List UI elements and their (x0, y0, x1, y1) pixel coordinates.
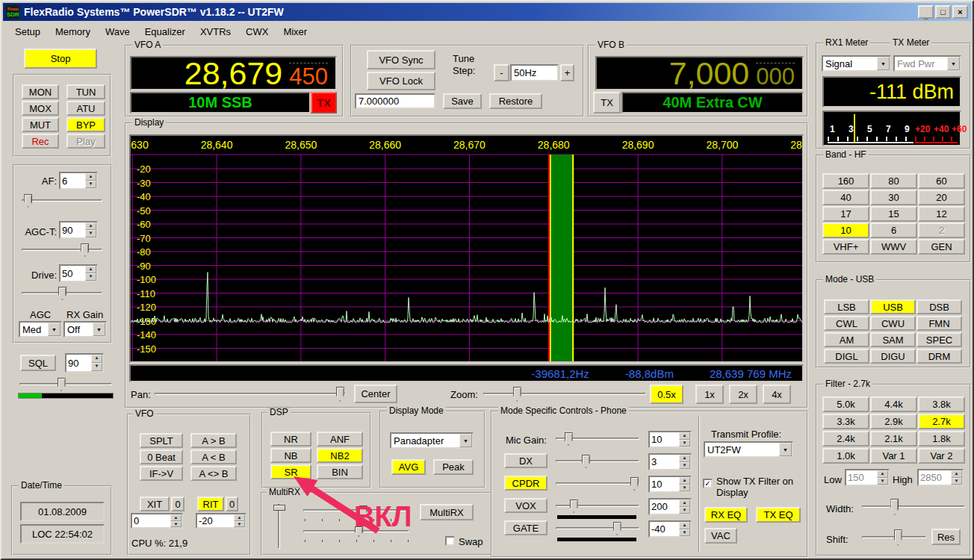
band-60-button[interactable]: 60 (918, 173, 965, 189)
agct-spinner[interactable]: 90 ▲▼ (59, 221, 98, 239)
band-10-button[interactable]: 10 (822, 223, 869, 238)
vfo-b-freq-main[interactable]: 7,000 (669, 57, 750, 90)
show-tx-filter-checkbox[interactable]: ✓ (703, 479, 713, 488)
atu-button[interactable]: ATU (66, 101, 105, 116)
sql-button[interactable]: SQL (20, 355, 56, 371)
xit-spinner[interactable]: 0 ▲▼ (131, 513, 183, 529)
transmit-profile-dropdown[interactable]: UT2FW▼ (704, 441, 793, 458)
anf-button[interactable]: ANF (317, 432, 363, 447)
cpdr-slider[interactable] (554, 476, 641, 491)
band-80-button[interactable]: 80 (870, 173, 917, 189)
rit-button[interactable]: RIT (197, 497, 224, 511)
tun-button[interactable]: TUN (66, 84, 105, 99)
bin-button[interactable]: BIN (317, 464, 363, 479)
band-15-button[interactable]: 15 (870, 206, 917, 222)
mox-button[interactable]: MOX (22, 101, 59, 116)
swap-checkbox[interactable] (445, 536, 455, 546)
mode-fmn-button[interactable]: FMN (916, 316, 962, 331)
filter-44k-button[interactable]: 4.4k (870, 396, 917, 412)
filter-27k-button[interactable]: 2.7k (918, 414, 965, 429)
mut-button[interactable]: MUT (22, 117, 59, 132)
menu-wave[interactable]: Wave (98, 24, 137, 40)
af-spinner[interactable]: 6 ▲▼ (59, 172, 98, 190)
zoom-1x-button[interactable]: 1x (695, 385, 724, 404)
vox-button[interactable]: VOX (504, 498, 548, 513)
avg-button[interactable]: AVG (391, 459, 426, 475)
vfo-a-frequency-display[interactable]: 28,679 450 (130, 56, 337, 90)
filter-24k-button[interactable]: 2.4k (822, 431, 869, 447)
filter-low-spinner[interactable]: 150 ▲▼ (845, 469, 890, 486)
center-button[interactable]: Center (354, 385, 397, 403)
filter-width-slider[interactable] (860, 498, 967, 516)
if-to-vfo-button[interactable]: IF->V (140, 466, 183, 481)
multirx-button[interactable]: MultiRX (420, 504, 474, 520)
filter-reset-button[interactable]: Res (931, 529, 961, 545)
rit-spinner[interactable]: -20 ▲▼ (196, 513, 246, 529)
menu-setup[interactable]: Setup (7, 24, 48, 40)
mic-gain-slider[interactable] (554, 432, 641, 447)
menu-equalizer[interactable]: Equalizer (137, 24, 193, 40)
panadapter-display[interactable]: 28,63028,64028,65028,66028,67028,68028,6… (129, 134, 804, 363)
rec-button[interactable]: Rec (22, 134, 59, 149)
vfo-b-frequency-display[interactable]: 7,000 000 (595, 56, 804, 90)
cpdr-button[interactable]: CPDR (504, 476, 548, 491)
nb-button[interactable]: NB (270, 448, 311, 463)
vfo-a-freq-sub[interactable]: 450 (289, 63, 328, 88)
gate-slider[interactable] (554, 521, 641, 536)
mode-digu-button[interactable]: DIGU (870, 349, 916, 364)
dx-spinner[interactable]: 3 ▲▼ (648, 453, 692, 470)
filter-38k-button[interactable]: 3.8k (918, 396, 965, 412)
filter-var1-button[interactable]: Var 1 (870, 448, 917, 464)
filter-var2-button[interactable]: Var 2 (918, 448, 965, 464)
spectrum-chart[interactable]: 28,63028,64028,65028,66028,67028,68028,6… (131, 136, 802, 361)
zero-beat-button[interactable]: 0 Beat (140, 449, 183, 464)
memory-frequency-input[interactable]: 7.000000 (355, 93, 435, 109)
rit-zero-button[interactable]: 0 (226, 497, 238, 511)
band-6-button[interactable]: 6 (870, 223, 917, 238)
band-30-button[interactable]: 30 (870, 190, 917, 205)
start-stop-button[interactable]: Stop (24, 49, 97, 69)
tune-step-minus-button[interactable]: - (494, 64, 509, 81)
zoom-2x-button[interactable]: 2x (729, 385, 757, 404)
zoom-05x-button[interactable]: 0.5x (650, 385, 683, 404)
multirx-gain-slider[interactable] (302, 505, 411, 517)
sr-button[interactable]: SR (270, 464, 311, 479)
filter-18k-button[interactable]: 1.8k (918, 431, 965, 447)
dx-button[interactable]: DX (504, 453, 548, 468)
restore-button[interactable]: Restore (489, 93, 542, 109)
mode-drm-button[interactable]: DRM (916, 349, 962, 364)
save-button[interactable]: Save (443, 93, 482, 109)
menu-mixer[interactable]: Mixer (276, 24, 314, 40)
band-17-button[interactable]: 17 (822, 206, 869, 222)
menu-memory[interactable]: Memory (48, 24, 98, 40)
vfo-b-freq-sub[interactable]: 000 (756, 63, 795, 88)
gate-button[interactable]: GATE (504, 520, 548, 535)
af-slider[interactable] (20, 193, 104, 208)
band-vhf-button[interactable]: VHF+ (822, 239, 869, 255)
filter-29k-button[interactable]: 2.9k (870, 414, 917, 429)
mode-cwu-button[interactable]: CWU (870, 316, 916, 331)
drive-slider[interactable] (20, 286, 104, 301)
zoom-4x-button[interactable]: 4x (763, 385, 791, 404)
vfo-sync-button[interactable]: VFO Sync (367, 50, 435, 69)
rx1-meter-dropdown[interactable]: Signal▼ (822, 55, 891, 72)
af-slider-thumb[interactable] (24, 194, 32, 208)
tune-step-plus-button[interactable]: + (560, 64, 574, 81)
vox-spinner[interactable]: 200 ▲▼ (648, 498, 692, 515)
minimize-button[interactable]: _ (918, 5, 934, 19)
play-button[interactable]: Play (66, 134, 105, 149)
multirx-pan2-slider[interactable] (302, 526, 411, 538)
band-wwv-button[interactable]: WWV (870, 239, 917, 255)
agct-slider[interactable] (20, 243, 104, 258)
sql-slider[interactable] (18, 377, 114, 392)
cpdr-spinner[interactable]: 10 ▲▼ (648, 476, 692, 493)
vfo-lock-button[interactable]: VFO Lock (367, 72, 435, 90)
vac-button[interactable]: VAC (704, 528, 737, 544)
sql-spinner[interactable]: 90 ▲▼ (65, 353, 104, 373)
filter-shift-slider[interactable] (860, 529, 928, 547)
vfo-b-tx-button[interactable]: TX (593, 92, 621, 113)
display-mode-dropdown[interactable]: Panadapter▼ (390, 432, 474, 449)
dx-slider[interactable] (554, 454, 641, 469)
menu-cwx[interactable]: CWX (238, 24, 276, 40)
menu-xvtrs[interactable]: XVTRs (193, 24, 238, 40)
